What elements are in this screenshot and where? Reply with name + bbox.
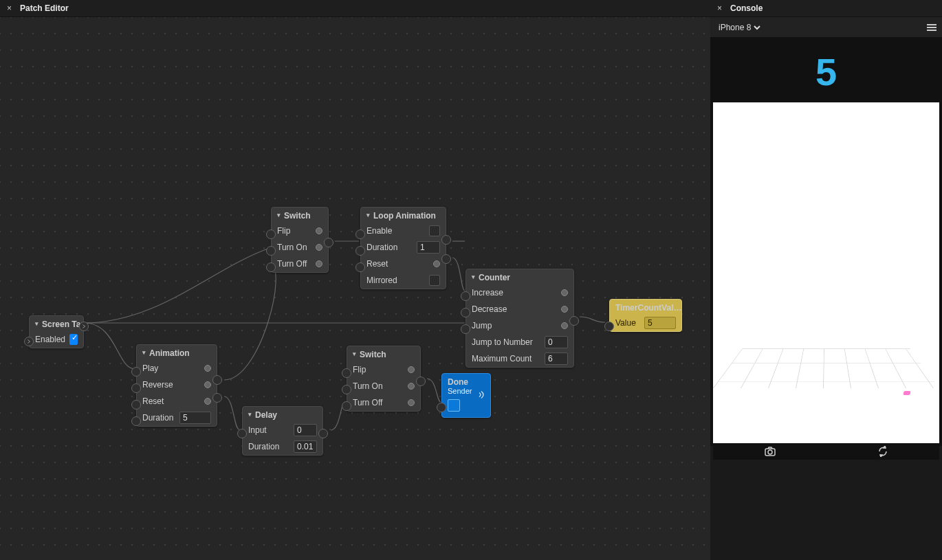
enabled-checkbox[interactable] <box>69 334 78 345</box>
field-label: Increase <box>472 288 557 298</box>
port-out[interactable] <box>441 254 451 264</box>
port-in[interactable] <box>131 367 141 377</box>
node-title: Switch <box>360 350 386 359</box>
field-label: Turn On <box>353 381 404 391</box>
node-screen-tap[interactable]: ▾Screen Tap Enabled <box>29 315 84 348</box>
port-in[interactable] <box>604 322 614 331</box>
pulse-port[interactable] <box>316 260 322 267</box>
jump-input[interactable] <box>545 336 568 348</box>
node-switch-2[interactable]: ▾Switch Flip Turn On Turn Off <box>347 346 421 412</box>
duration-input[interactable] <box>417 241 440 254</box>
field-label: Mirrored <box>366 276 425 285</box>
port-in[interactable] <box>266 229 276 239</box>
port-out[interactable] <box>318 429 328 438</box>
port-in[interactable] <box>461 324 470 334</box>
device-bar: iPhone 8 <box>710 17 942 38</box>
port-in[interactable] <box>24 337 34 346</box>
node-title: TimerCountVal… <box>615 303 681 313</box>
node-switch-1[interactable]: ▾Switch Flip Turn On Turn Off <box>271 207 329 273</box>
duration-input[interactable] <box>179 412 211 424</box>
pulse-port[interactable] <box>316 227 322 234</box>
node-loop-animation[interactable]: ▾Loop Animation Enable Duration Reset Mi… <box>360 207 446 289</box>
sender-value[interactable] <box>448 399 460 412</box>
switch-camera-icon[interactable] <box>877 446 888 457</box>
menu-icon[interactable] <box>927 24 936 31</box>
field-label: Reverse <box>142 380 200 390</box>
pulse-port[interactable] <box>408 399 415 406</box>
port-in[interactable] <box>437 403 446 412</box>
node-animation[interactable]: ▾Animation Play Reverse Reset Duration <box>136 344 217 427</box>
port-out[interactable] <box>212 375 222 385</box>
pulse-port[interactable] <box>561 306 568 313</box>
panel-title: Console <box>730 3 763 13</box>
wire-layer <box>0 17 710 560</box>
port-in[interactable] <box>131 383 141 393</box>
close-icon[interactable]: × <box>717 3 722 13</box>
field-label: Play <box>142 363 200 373</box>
console-topbar: × Console <box>710 0 942 17</box>
pulse-port[interactable] <box>204 365 211 372</box>
port-in[interactable] <box>342 368 351 378</box>
device-dropdown[interactable]: iPhone 8 <box>716 22 763 33</box>
port-in[interactable] <box>131 400 141 410</box>
close-icon[interactable]: × <box>7 3 12 13</box>
node-delay[interactable]: ▾Delay Input Duration <box>242 406 323 456</box>
pulse-port[interactable] <box>408 383 415 390</box>
counter-display: 5 <box>815 49 837 94</box>
phone-preview: 5 <box>713 41 939 443</box>
field-label: Flip <box>353 365 404 374</box>
preview-toolbar <box>713 443 939 460</box>
node-done[interactable]: Done Sender <box>441 373 491 418</box>
port-in[interactable] <box>342 385 351 394</box>
field-label: Enabled <box>35 335 65 344</box>
field-label: Input <box>248 425 289 435</box>
port-in[interactable] <box>461 291 470 301</box>
port-in[interactable] <box>266 262 276 272</box>
field-label: Enable <box>366 226 425 236</box>
field-label: Value <box>615 318 640 328</box>
field-label: Turn Off <box>277 259 311 269</box>
svg-point-1 <box>768 450 772 454</box>
port-in[interactable] <box>461 308 470 317</box>
port-in[interactable] <box>355 246 365 256</box>
pulse-port[interactable] <box>408 366 415 373</box>
node-title: Loop Animation <box>373 211 436 221</box>
pulse-port[interactable] <box>433 260 440 267</box>
pulse-port[interactable] <box>316 244 322 251</box>
port-out[interactable] <box>416 377 426 386</box>
input-field[interactable] <box>294 424 317 436</box>
pulse-port[interactable] <box>204 381 211 388</box>
port-in[interactable] <box>266 246 276 256</box>
port-in[interactable] <box>355 262 365 272</box>
pulse-port[interactable] <box>561 289 568 296</box>
port-in[interactable] <box>342 401 351 411</box>
node-timer-value[interactable]: TimerCountVal… Value <box>609 299 682 332</box>
patch-editor-topbar: × Patch Editor <box>0 0 710 17</box>
port-out[interactable] <box>79 322 89 331</box>
port-out[interactable] <box>569 316 579 326</box>
checkbox[interactable] <box>429 275 440 286</box>
port-out[interactable] <box>441 235 451 245</box>
port-in[interactable] <box>237 429 247 438</box>
ground-grid <box>713 348 939 388</box>
field-label: Reset <box>142 396 200 406</box>
port-in[interactable] <box>131 416 141 426</box>
value-input[interactable] <box>644 317 676 329</box>
node-title: Animation <box>149 348 190 358</box>
checkbox[interactable] <box>429 225 440 236</box>
port-out[interactable] <box>212 393 222 403</box>
node-graph[interactable]: ▾Screen Tap Enabled ▾Animation Play Reve… <box>0 17 710 560</box>
max-input[interactable] <box>545 352 568 365</box>
field-label: Turn On <box>277 243 311 252</box>
node-title: Delay <box>255 410 277 420</box>
node-counter[interactable]: ▾Counter Increase Decrease Jump Jump to … <box>465 269 574 368</box>
node-title: Counter <box>479 273 510 282</box>
preview-header: 5 <box>713 41 939 102</box>
pulse-port[interactable] <box>204 398 211 405</box>
camera-icon[interactable] <box>764 446 776 457</box>
pulse-port[interactable] <box>561 322 568 329</box>
port-in[interactable] <box>355 229 365 239</box>
node-title: Done <box>448 377 468 387</box>
port-out[interactable] <box>324 238 333 247</box>
duration-input[interactable] <box>294 440 317 453</box>
